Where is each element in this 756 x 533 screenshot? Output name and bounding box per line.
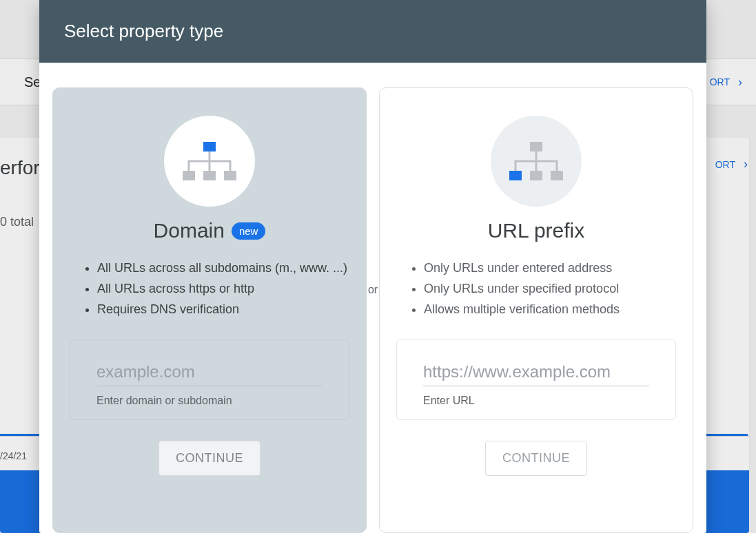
or-separator: or [368,284,378,296]
select-property-type-dialog: Select property type or Domain new All U… [39,0,706,533]
domain-input-container: Enter domain or subdomain [70,339,349,420]
svg-rect-1 [183,171,195,180]
domain-features-list: All URLs across all subdomains (m., www.… [70,258,349,320]
list-item: Allows multiple verification methods [424,299,676,320]
url-prefix-property-card[interactable]: URL prefix Only URLs under entered addre… [379,87,693,533]
svg-rect-0 [203,142,216,151]
dialog-title: Select property type [39,0,706,63]
domain-input[interactable] [96,359,323,386]
list-item: All URLs across all subdomains (m., www.… [97,258,349,278]
url-prefix-continue-button[interactable]: CONTINUE [485,441,587,476]
domain-input-label: Enter domain or subdomain [96,395,323,407]
domain-continue-button[interactable]: CONTINUE [159,441,260,476]
url-prefix-card-title: URL prefix [488,219,585,242]
list-item: Only URLs under specified protocol [424,278,676,299]
domain-property-card[interactable]: Domain new All URLs across all subdomain… [52,87,367,533]
svg-rect-4 [530,142,542,151]
domain-card-title-row: Domain new [154,219,266,242]
svg-rect-7 [551,171,563,180]
url-prefix-input-container: Enter URL [396,339,676,420]
domain-sitemap-icon [164,116,255,207]
url-prefix-input[interactable] [423,359,649,386]
list-item: All URLs across https or http [97,278,349,299]
url-prefix-sitemap-icon [491,116,582,207]
url-prefix-features-list: Only URLs under entered address Only URL… [396,258,676,320]
url-prefix-input-label: Enter URL [423,395,649,407]
svg-rect-2 [203,171,216,180]
new-badge: new [232,222,266,240]
domain-card-title: Domain [154,219,225,242]
svg-rect-5 [509,171,522,180]
svg-rect-3 [224,171,236,180]
list-item: Only URLs under entered address [424,258,676,278]
list-item: Requires DNS verification [97,299,349,320]
svg-rect-6 [530,171,542,180]
dialog-body: or Domain new All URLs across all subdom… [39,63,706,533]
